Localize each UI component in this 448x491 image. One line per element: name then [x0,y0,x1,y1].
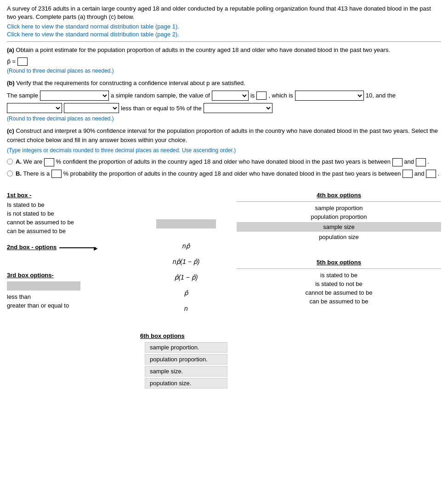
option-b-text4: . [438,170,440,177]
p-hat-input[interactable] [17,57,28,66]
box5-sep1 [237,268,441,269]
box4-sep1 [237,201,441,202]
box4-title: 4th box options [237,192,441,199]
part-a-hint: (Round to three decimal places as needed… [7,68,441,74]
option-b-text2: % probability the proportion of adults i… [63,170,401,177]
box6-opt2: population proportion. [145,354,227,365]
box4-opt4: population size [237,234,441,240]
dropdown-row2-1[interactable] [7,103,62,113]
option-b-input1[interactable] [51,170,62,178]
dropdown-which-is[interactable] [295,91,364,101]
option-a-label: A. [16,158,22,165]
intro-text: A survey of 2316 adults in a certain lar… [7,5,441,21]
formula-p1p: p̂(1 − p̂) [175,274,198,281]
option-b-input3[interactable] [426,170,436,178]
link-page1[interactable]: Click here to view the standard normal d… [7,23,179,30]
part-b-row2-suffix: less than or equal to 5% of the [121,103,202,114]
part-c-hint: (Type integers or decimals rounded to th… [7,147,441,154]
part-b-suffix: 10, and the [366,90,396,101]
box6-title: 6th box options [140,332,227,339]
formula-np: np̂ [182,242,190,250]
formula-np1p: np̂(1 − p̂) [173,258,200,265]
box5-title: 5th box options [237,259,441,266]
box5-opt3: cannot be assumed to be [237,289,441,296]
formula-n: n [184,305,188,312]
box5-opt4: can be assumed to be [237,298,441,305]
right-column: 4th box options sample proportion popula… [237,192,441,390]
radio-option-b[interactable] [7,171,13,177]
dropdown-row2-2[interactable] [64,103,119,113]
radio-option-a[interactable] [7,159,13,165]
box5-opt2: is stated to not be [237,280,441,287]
part-b-which-is: , which is [268,90,293,101]
part-b-title: (b) Verify that the requirements for con… [7,79,441,88]
box1-title: 1st box - [7,192,136,199]
part-b-mid1: a simple random sample, the value of [111,90,210,101]
box6-opt3: sample size. [145,366,227,377]
part-b-prefix: The sample [7,90,38,101]
box4-opt1: sample proportion [237,205,441,211]
option-a-input3[interactable] [416,158,426,166]
option-a-text2: % confident the proportion of adults in … [56,158,391,165]
box1-opt1: Is stated to be [7,201,136,208]
box3-opt1: less than [7,293,136,300]
option-a-text1: We are [23,158,43,165]
divider [7,41,441,42]
dropdown-value-of[interactable] [212,91,249,101]
left-column: 1st box - Is stated to be is not stated … [7,192,136,390]
part-b-hint: (Round to three decimal places as needed… [7,115,441,122]
box6-opt1: sample proportion. [145,342,227,353]
box3-title: 3rd box options- [7,272,136,279]
option-a-text4: . [427,158,429,165]
box6-container: 6th box options sample proportion. popul… [145,332,227,390]
part-b-value-box[interactable] [256,91,267,100]
option-b-input2[interactable] [403,170,413,178]
box1-opt2: is not stated to be [7,210,136,217]
part-a-title: (a) Obtain a point estimate for the popu… [7,46,441,55]
box6-opt4: population size. [145,378,227,388]
mid-column: np̂ np̂(1 − p̂) p̂(1 − p̂) p̂ n 6th box … [145,192,227,390]
arrow-line: ► [59,247,96,248]
option-b-text1: There is a [23,170,50,177]
mid-blank-bar [156,219,216,228]
box4-opt2: population proportion [237,213,441,220]
part-c-title: (c) Construct and interpret a 90% confid… [7,126,441,144]
box1-opt4: can be assumed to be [7,228,136,234]
box3-blank [7,281,80,291]
option-b-label: B. [16,170,22,177]
formula-p: p̂ [184,289,188,297]
dropdown-row2-3[interactable] [204,103,272,113]
box3-opt2: greater than or equal to [7,302,136,309]
box2-title: 2nd box - options [7,244,57,251]
option-a-input1[interactable] [44,158,54,166]
box4-opt3-highlighted: sample size [237,222,441,232]
part-b-is: is [250,90,255,101]
option-b-and: and [414,170,425,177]
box1-opt3: cannot be assumed to be [7,219,136,226]
option-a-and: and [404,158,414,165]
option-a-input2[interactable] [392,158,403,166]
dropdown-sample-type[interactable]: is is not [40,91,109,101]
link-page2[interactable]: Click here to view the standard normal d… [7,31,179,38]
box5-opt1: is stated to be [237,272,441,279]
p-hat-label: p̂ = [7,58,16,65]
